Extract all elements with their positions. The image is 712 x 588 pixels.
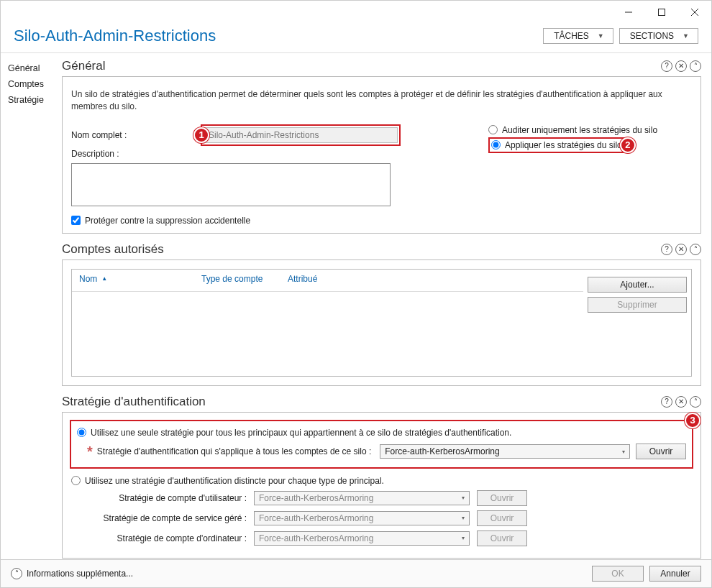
- sidebar-item-strategy[interactable]: Stratégie: [6, 92, 56, 108]
- audit-radio[interactable]: [488, 125, 498, 134]
- tasks-label: TÂCHES: [554, 31, 589, 41]
- computer-strategy-label: Stratégie de compte d'ordinateur :: [90, 533, 247, 543]
- add-button[interactable]: Ajouter...: [588, 277, 687, 293]
- required-icon: *: [77, 444, 97, 460]
- audit-label: Auditer uniquement les stratégies du sil…: [502, 125, 657, 135]
- column-type[interactable]: Type de compte: [201, 274, 288, 284]
- collapse-icon[interactable]: ˄: [690, 244, 701, 255]
- sidebar-item-accounts[interactable]: Comptes: [6, 76, 56, 92]
- header: Silo-Auth-Admin-Restrictions TÂCHES ▼ SE…: [1, 24, 711, 53]
- window-titlebar: [1, 1, 711, 24]
- accounts-table: Nom ▲ Type de compte Attribué: [72, 270, 583, 376]
- minimize-button[interactable]: [612, 1, 645, 24]
- close-section-icon[interactable]: ✕: [675, 60, 687, 72]
- footer: ˄ Informations supplémenta... OK Annuler: [1, 559, 711, 587]
- chevron-down-icon: ▾: [462, 535, 465, 541]
- column-attributed[interactable]: Attribué: [288, 274, 345, 284]
- maximize-button[interactable]: [645, 1, 678, 24]
- user-strategy-combo[interactable]: Force-auth-KerberosArmoring ▾: [254, 491, 470, 505]
- callout-3: 3: [685, 413, 700, 428]
- apply-radio[interactable]: [491, 140, 501, 150]
- open-computer-button: Ouvrir: [477, 530, 527, 546]
- description-label: Description :: [71, 149, 193, 159]
- name-input[interactable]: [204, 127, 398, 143]
- single-strategy-label: Utilisez une seule stratégie pour tous l…: [91, 428, 511, 438]
- protect-label: Protéger contre la suppression accidente…: [85, 216, 250, 226]
- column-name[interactable]: Nom ▲: [79, 274, 201, 284]
- distinct-strategy-label: Utilisez une stratégie d'authentificatio…: [85, 476, 384, 486]
- cancel-button[interactable]: Annuler: [649, 566, 701, 582]
- description-textarea[interactable]: [71, 163, 391, 206]
- sections-dropdown[interactable]: SECTIONS ▼: [619, 28, 698, 44]
- footer-info-label[interactable]: Informations supplémenta...: [27, 569, 133, 579]
- close-section-icon[interactable]: ✕: [675, 244, 687, 255]
- chevron-down-icon: ▼: [598, 32, 604, 40]
- close-button[interactable]: [678, 1, 711, 24]
- sort-asc-icon: ▲: [101, 275, 107, 282]
- service-strategy-label: Stratégie de compte de service géré :: [90, 513, 247, 523]
- help-icon[interactable]: ?: [661, 396, 672, 408]
- chevron-down-icon: ▾: [462, 495, 465, 501]
- single-strategy-combo[interactable]: Force-auth-KerberosArmoring ▾: [380, 444, 630, 459]
- callout-1: 1: [193, 127, 209, 143]
- single-strategy-radio[interactable]: [77, 428, 86, 437]
- name-label: Nom complet :: [71, 130, 193, 140]
- open-service-button: Ouvrir: [477, 510, 527, 526]
- applies-label: Stratégie d'authentification qui s'appli…: [97, 446, 371, 456]
- help-icon[interactable]: ?: [661, 60, 672, 72]
- sidebar-item-general[interactable]: Général: [6, 60, 56, 76]
- ok-button[interactable]: OK: [592, 566, 644, 582]
- collapse-icon[interactable]: ˄: [690, 60, 701, 72]
- page-title: Silo-Auth-Admin-Restrictions: [14, 27, 216, 45]
- protect-checkbox[interactable]: [71, 216, 81, 225]
- service-strategy-combo[interactable]: Force-auth-KerberosArmoring ▾: [254, 511, 470, 525]
- expand-up-icon[interactable]: ˄: [11, 568, 22, 579]
- chevron-down-icon: ▼: [683, 32, 689, 40]
- open-user-button: Ouvrir: [477, 490, 527, 506]
- distinct-strategy-radio[interactable]: [71, 476, 81, 485]
- remove-button: Supprimer: [588, 297, 687, 313]
- computer-strategy-combo[interactable]: Force-auth-KerberosArmoring ▾: [254, 531, 470, 546]
- tasks-dropdown[interactable]: TÂCHES ▼: [543, 28, 613, 44]
- general-description: Un silo de stratégies d'authentification…: [71, 88, 692, 113]
- sections-label: SECTIONS: [630, 31, 674, 41]
- sidebar: Général Comptes Stratégie: [1, 53, 62, 559]
- user-strategy-label: Stratégie de compte d'utilisateur :: [90, 493, 247, 503]
- callout-2: 2: [620, 137, 636, 153]
- section-title-general: Général: [62, 59, 105, 73]
- close-section-icon[interactable]: ✕: [675, 396, 687, 408]
- section-title-accounts: Comptes autorisés: [62, 242, 164, 257]
- section-title-strategy: Stratégie d'authentification: [62, 395, 206, 409]
- chevron-down-icon: ▾: [462, 515, 465, 521]
- help-icon[interactable]: ?: [661, 244, 672, 255]
- apply-label: Appliquer les stratégies du silo: [505, 140, 622, 150]
- collapse-icon[interactable]: ˄: [690, 396, 701, 408]
- chevron-down-icon: ▾: [622, 449, 625, 455]
- svg-rect-1: [659, 9, 665, 16]
- open-button[interactable]: Ouvrir: [636, 444, 686, 459]
